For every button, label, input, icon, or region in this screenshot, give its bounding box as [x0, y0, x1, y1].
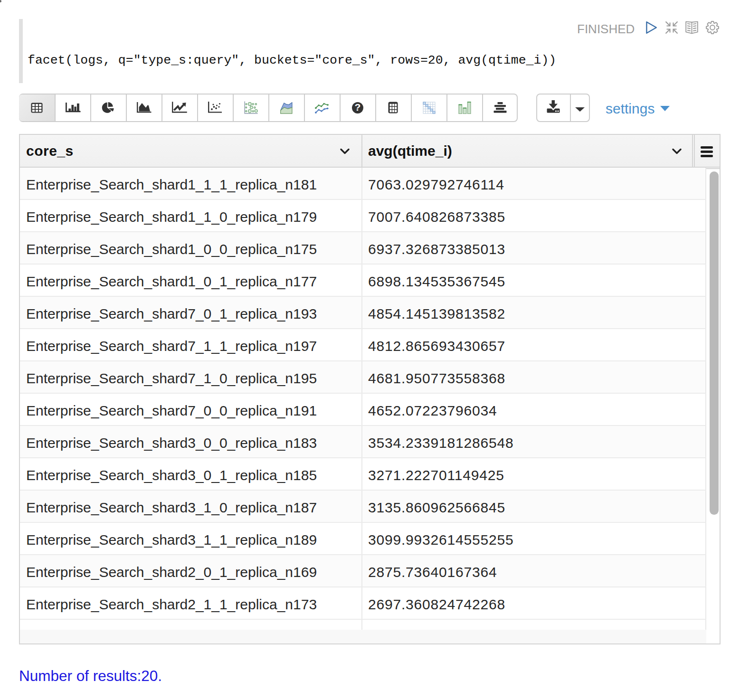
svg-text:?: ? [354, 102, 361, 113]
